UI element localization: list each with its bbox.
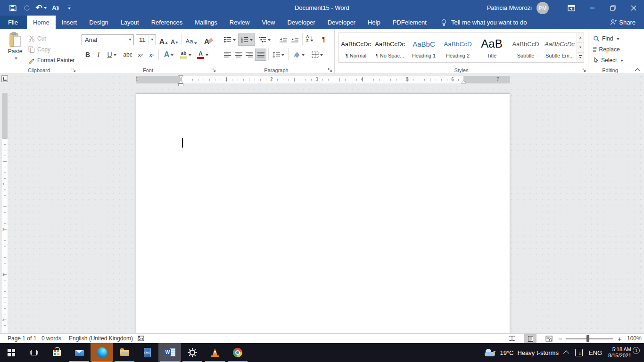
zoom-slider-track[interactable] bbox=[566, 338, 613, 339]
tab-developer-2[interactable]: Developer bbox=[322, 16, 362, 29]
proofing-status-icon[interactable] bbox=[138, 334, 144, 343]
tab-review[interactable]: Review bbox=[223, 16, 256, 29]
zoom-in-button[interactable]: + bbox=[618, 334, 622, 343]
hanging-indent-marker[interactable] bbox=[178, 80, 183, 83]
avatar[interactable]: PM bbox=[537, 2, 549, 14]
customize-qat-icon[interactable] bbox=[63, 2, 75, 14]
align-right-button[interactable] bbox=[244, 49, 254, 60]
style-subtitle[interactable]: AaBbCcD Subtitle bbox=[509, 33, 543, 62]
taskbar-mail-button[interactable] bbox=[68, 343, 91, 362]
multilevel-list-button[interactable] bbox=[256, 34, 272, 45]
styles-dialog-launcher-icon[interactable] bbox=[580, 66, 586, 73]
paste-button[interactable]: Paste bbox=[4, 32, 26, 66]
font-size-dropdown-icon[interactable] bbox=[148, 35, 156, 45]
tab-pdfelement[interactable]: PDFelement bbox=[387, 16, 433, 29]
style-heading-2[interactable]: AaBbCcD Heading 2 bbox=[441, 33, 475, 62]
redo-icon[interactable] bbox=[21, 2, 33, 14]
italic-button[interactable]: I bbox=[95, 50, 102, 59]
grow-font-button[interactable]: A▲ bbox=[159, 35, 169, 45]
zoom-slider-thumb[interactable] bbox=[586, 335, 589, 342]
styles-gallery-more-icon[interactable] bbox=[577, 53, 584, 62]
first-line-indent-marker[interactable] bbox=[178, 75, 183, 79]
numbering-button[interactable] bbox=[238, 33, 255, 46]
clipboard-dialog-launcher-icon[interactable] bbox=[70, 66, 76, 73]
tell-me-box[interactable]: Tell me what you want to do bbox=[440, 16, 527, 29]
bold-button[interactable]: B bbox=[84, 50, 91, 59]
minimize-button[interactable] bbox=[582, 0, 603, 16]
line-spacing-button[interactable] bbox=[271, 49, 286, 60]
tab-view[interactable]: View bbox=[256, 16, 281, 29]
horizontal-ruler[interactable]: 1 1 2 3 4 5 6 7 bbox=[136, 76, 510, 83]
style-no-spacing[interactable]: AaBbCcDc ¶ No Spac... bbox=[373, 33, 407, 62]
word-count-status[interactable]: 0 words bbox=[41, 334, 61, 343]
text-highlight-color-button[interactable]: ab bbox=[178, 49, 193, 60]
right-indent-marker[interactable] bbox=[461, 80, 466, 83]
collapse-ribbon-icon[interactable] bbox=[635, 68, 640, 72]
taskbar-edge-button[interactable] bbox=[91, 343, 113, 362]
taskbar-settings-button[interactable] bbox=[181, 343, 204, 362]
read-aloud-icon[interactable]: A)) bbox=[49, 2, 61, 14]
sort-button[interactable]: AZ bbox=[304, 33, 316, 44]
task-view-button[interactable] bbox=[23, 343, 45, 362]
subscript-button[interactable]: x2 bbox=[136, 50, 145, 59]
print-layout-view-button[interactable] bbox=[524, 334, 537, 343]
text-effects-button[interactable]: A bbox=[162, 50, 176, 59]
style-subtle-emphasis[interactable]: AaBbCcDc Subtle Em... bbox=[543, 33, 577, 62]
find-button[interactable]: Find bbox=[593, 34, 619, 43]
web-layout-view-button[interactable] bbox=[543, 334, 555, 343]
taskbar-store-button[interactable] bbox=[45, 343, 68, 362]
zoom-level[interactable]: 100% bbox=[627, 334, 642, 343]
tab-developer-1[interactable]: Developer bbox=[281, 16, 321, 29]
tab-design[interactable]: Design bbox=[83, 16, 114, 29]
increase-indent-button[interactable] bbox=[290, 34, 300, 45]
tab-help[interactable]: Help bbox=[362, 16, 387, 29]
tab-references[interactable]: References bbox=[145, 16, 189, 29]
font-size-combobox[interactable]: 11 bbox=[136, 34, 156, 45]
tab-stop-selector[interactable] bbox=[1, 75, 8, 82]
taskbar-chrome-button[interactable] bbox=[226, 343, 249, 362]
clock[interactable]: 5:18 AM 8/15/2021 bbox=[608, 346, 631, 359]
save-icon[interactable] bbox=[7, 2, 19, 14]
style-title[interactable]: AaB Title bbox=[475, 33, 509, 62]
style-normal[interactable]: AaBbCcDc ¶ Normal bbox=[339, 33, 373, 62]
shrink-font-button[interactable]: A▼ bbox=[170, 35, 180, 45]
share-button[interactable]: Share bbox=[610, 16, 644, 29]
align-center-button[interactable] bbox=[233, 49, 243, 60]
decrease-indent-button[interactable] bbox=[278, 34, 289, 45]
borders-button[interactable] bbox=[309, 49, 326, 60]
close-button[interactable] bbox=[623, 0, 644, 16]
taskbar-file-explorer-button[interactable] bbox=[113, 343, 136, 362]
ribbon-display-options-icon[interactable] bbox=[561, 0, 582, 16]
restore-button[interactable] bbox=[603, 0, 623, 16]
strikethrough-button[interactable]: abc bbox=[122, 50, 134, 59]
tab-file[interactable]: File bbox=[0, 16, 26, 29]
read-mode-view-button[interactable] bbox=[506, 334, 518, 343]
select-button[interactable]: Select bbox=[593, 56, 623, 65]
styles-scroll-up-icon[interactable] bbox=[577, 33, 584, 43]
start-button[interactable] bbox=[0, 343, 23, 362]
show-formatting-marks-button[interactable]: ¶ bbox=[319, 33, 329, 44]
left-indent-marker[interactable] bbox=[178, 83, 183, 86]
input-language-indicator[interactable]: ENG bbox=[589, 349, 602, 356]
weather-widget[interactable]: 19°C Heavy t-storms bbox=[485, 349, 558, 356]
replace-button[interactable]: ab ac Replace bbox=[593, 45, 620, 54]
ink-workspace-icon[interactable] bbox=[575, 349, 583, 356]
taskbar-word-button[interactable]: W bbox=[158, 343, 181, 362]
vertical-ruler[interactable]: 1 2 3 4 bbox=[2, 93, 8, 333]
tab-layout[interactable]: Layout bbox=[115, 16, 145, 29]
undo-icon[interactable]: ↶ bbox=[35, 2, 47, 14]
align-left-button[interactable] bbox=[223, 49, 232, 60]
font-color-button[interactable]: A bbox=[196, 49, 210, 60]
taskbar-ems-button[interactable]: EMS bbox=[136, 343, 158, 362]
tab-mailings[interactable]: Mailings bbox=[189, 16, 223, 29]
taskbar-vlc-button[interactable] bbox=[204, 343, 226, 362]
superscript-button[interactable]: x2 bbox=[147, 50, 157, 59]
shading-button[interactable] bbox=[290, 49, 306, 60]
font-dialog-launcher-icon[interactable] bbox=[210, 66, 216, 73]
styles-scroll-down-icon[interactable] bbox=[577, 43, 584, 53]
cut-button[interactable]: Cut bbox=[28, 33, 46, 43]
change-case-button[interactable]: Aa bbox=[184, 35, 199, 45]
document-page[interactable] bbox=[136, 93, 510, 333]
style-heading-1[interactable]: AaBbC Heading 1 bbox=[407, 33, 441, 62]
format-painter-button[interactable]: Format Painter bbox=[28, 55, 74, 65]
